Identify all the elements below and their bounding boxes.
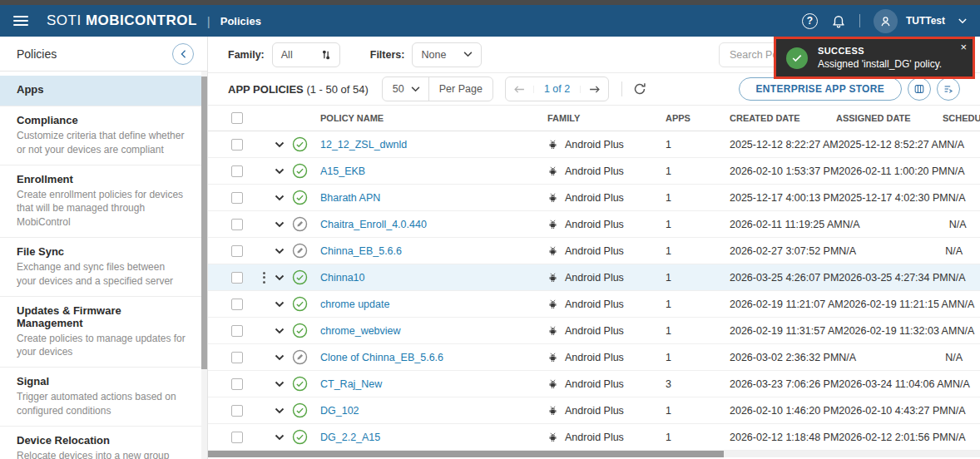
expand-chevron-icon[interactable] [275, 407, 285, 414]
table-row[interactable]: Clone of Chinna_EB_5.6.6 Android Plus [208, 344, 980, 371]
policy-name-link[interactable]: 12_12_ZSL_dwnld [320, 139, 407, 151]
table-row[interactable]: A15_EKB Android Plus 1 2026-02-10 [208, 158, 980, 185]
sidebar-collapse-button[interactable] [172, 43, 194, 65]
expand-chevron-icon[interactable] [275, 221, 285, 228]
expand-chevron-icon[interactable] [275, 195, 285, 201]
column-header-policy-name[interactable]: POLICY NAME [320, 113, 547, 123]
table-row[interactable]: CT_Raj_New Android Plus 3 2026-03- [208, 371, 980, 397]
table-actions: ENTERPRISE APP STORE [739, 77, 960, 101]
column-header-created-date[interactable]: CREATED DATE [730, 113, 836, 123]
android-icon [547, 299, 558, 309]
menu-icon[interactable] [13, 16, 28, 26]
sidebar-item-device-relocation[interactable]: Device Relocation Relocate devices into … [0, 427, 207, 459]
enterprise-app-store-button[interactable]: ENTERPRISE APP STORE [739, 77, 902, 101]
row-checkbox[interactable] [231, 139, 243, 151]
select-all-checkbox[interactable] [231, 112, 243, 124]
column-header-apps[interactable]: APPS [666, 113, 730, 123]
sidebar-item-file-sync[interactable]: File Sync Exchange and sync files betwee… [0, 238, 207, 297]
row-checkbox[interactable] [231, 432, 243, 443]
policy-name-link[interactable]: A15_EKB [320, 165, 365, 177]
user-menu[interactable]: TUTTest [906, 15, 945, 27]
family-select[interactable]: All [272, 42, 340, 67]
policy-name-link[interactable]: chrome update [320, 299, 389, 310]
policy-name-link[interactable]: Chaitra_Enroll_4.0.440 [320, 219, 427, 230]
toast-body: SUCCESS Assigned 'install_DG' policy. [818, 46, 942, 70]
table-row[interactable]: DG_2.2_A15 Android Plus 1 2026-02- [208, 424, 980, 451]
notifications-bell-icon[interactable] [831, 13, 846, 28]
policy-name-link[interactable]: Chinna_EB_5.6.6 [320, 245, 402, 257]
policy-name-link[interactable]: chrome_webview [320, 325, 401, 337]
table-row[interactable]: Chinna_EB_5.6.6 Android Plus 1 202 [208, 238, 980, 264]
expand-chevron-icon[interactable] [275, 168, 285, 175]
sidebar-item-enrollment[interactable]: Enrollment Create enrollment policies fo… [0, 165, 207, 238]
sidebar-item-compliance[interactable]: Compliance Customize criteria that defin… [0, 106, 207, 165]
expand-chevron-icon[interactable] [275, 274, 285, 281]
toast-close-icon[interactable]: × [960, 42, 967, 52]
sidebar-item-apps[interactable]: Apps [0, 76, 207, 106]
horizontal-scrollbar-thumb[interactable] [208, 451, 724, 457]
expand-chevron-icon[interactable] [275, 354, 285, 361]
expand-chevron-icon[interactable] [275, 301, 285, 308]
expand-chevron-icon[interactable] [275, 434, 285, 441]
created-date: 2026-02-11 11:19:25 AM [730, 219, 843, 230]
policy-name-link[interactable]: Clone of Chinna_EB_5.6.6 [320, 352, 443, 363]
schedule-value: N/A [957, 299, 980, 310]
row-checkbox[interactable] [231, 272, 243, 284]
sidebar-item-updates-firmware-management[interactable]: Updates & Firmware Management Create pol… [0, 297, 207, 368]
table-row[interactable]: Bharath APN Android Plus 1 2025-12 [208, 185, 980, 211]
page-size-select[interactable]: 50 Per Page [382, 76, 493, 101]
success-check-icon [786, 47, 808, 69]
column-header-schedule[interactable]: SCHEDULE [943, 113, 980, 123]
filters-select[interactable]: None [412, 42, 482, 67]
prev-page-button[interactable] [506, 86, 534, 93]
sidebar-item-signal[interactable]: Signal Trigger automated actions based o… [0, 368, 207, 427]
next-page-button[interactable] [580, 86, 608, 93]
columns-icon[interactable] [908, 77, 931, 101]
row-checkbox[interactable] [231, 245, 243, 257]
row-checkbox[interactable] [231, 325, 243, 337]
sidebar-scrollbar-thumb[interactable] [201, 76, 207, 369]
column-header-family[interactable]: FAMILY [547, 113, 666, 123]
family-name: Android Plus [565, 219, 624, 230]
table-row[interactable]: Chinna10 Android Plus 1 2026-03-25 [208, 264, 980, 291]
avatar[interactable] [874, 9, 898, 33]
kebab-menu-icon[interactable] [261, 270, 267, 285]
assigned-date: 2025-12-12 8:52:27 AM [839, 139, 948, 151]
assigned-date: 2026-03-25 4:27:34 PM [839, 272, 948, 284]
table-row[interactable]: Chaitra_Enroll_4.0.440 Android Plus 1 [208, 211, 980, 238]
sidebar-scrollbar[interactable] [201, 72, 207, 459]
table-row[interactable]: chrome_webview Android Plus 1 2026 [208, 318, 980, 344]
refresh-icon[interactable] [633, 82, 646, 96]
expand-chevron-icon[interactable] [275, 328, 285, 334]
policy-name-link[interactable]: CT_Raj_New [320, 378, 382, 390]
row-checkbox[interactable] [231, 299, 243, 310]
apps-count: 1 [666, 272, 730, 284]
chevron-down-icon[interactable] [958, 18, 967, 24]
horizontal-scrollbar[interactable] [208, 451, 980, 457]
expand-chevron-icon[interactable] [275, 248, 285, 254]
row-checkbox[interactable] [231, 378, 243, 390]
table-row[interactable]: DG_102 Android Plus 1 2026-02-10 1 [208, 397, 980, 424]
policy-name-link[interactable]: Chinna10 [320, 272, 365, 284]
row-checkbox[interactable] [231, 165, 243, 177]
export-icon[interactable] [937, 77, 960, 101]
family-name: Android Plus [565, 139, 624, 151]
policy-name-link[interactable]: Bharath APN [320, 192, 380, 204]
sidebar: Policies Apps Compliance Customize crite… [0, 37, 208, 459]
policy-name-link[interactable]: DG_102 [320, 405, 359, 417]
sidebar-item-description: Exchange and sync files between your dev… [17, 260, 186, 289]
apps-count: 1 [666, 192, 730, 204]
row-checkbox[interactable] [231, 352, 243, 363]
table-row[interactable]: chrome update Android Plus 1 2026- [208, 291, 980, 318]
status-active-icon [292, 296, 308, 312]
policy-name-link[interactable]: DG_2.2_A15 [320, 432, 380, 443]
family-name: Android Plus [565, 405, 624, 417]
expand-chevron-icon[interactable] [275, 141, 285, 148]
row-checkbox[interactable] [231, 219, 243, 230]
table-row[interactable]: 12_12_ZSL_dwnld Android Plus 1 202 [208, 131, 980, 158]
column-header-assigned-date[interactable]: ASSIGNED DATE [836, 113, 943, 123]
row-checkbox[interactable] [231, 192, 243, 204]
help-icon[interactable]: ? [802, 13, 818, 29]
expand-chevron-icon[interactable] [275, 381, 285, 387]
row-checkbox[interactable] [231, 405, 243, 417]
